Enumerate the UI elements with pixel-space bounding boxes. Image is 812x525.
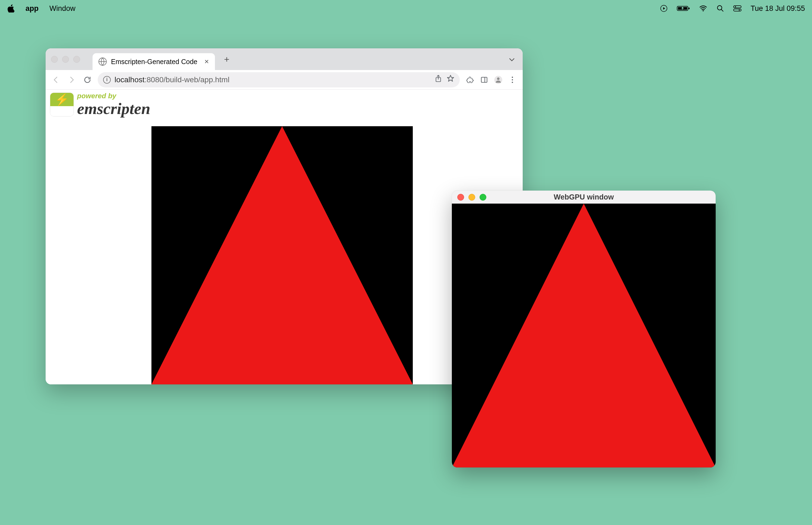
svg-line-7 (721, 10, 723, 11)
svg-point-18 (512, 79, 513, 80)
site-info-icon[interactable]: i (103, 76, 111, 84)
emscripten-icon: ⚡ (50, 93, 74, 117)
control-center-icon[interactable] (733, 5, 741, 12)
menubar-right: Tue 18 Jul 09:55 (660, 4, 805, 13)
screen-record-icon[interactable] (660, 5, 668, 12)
tabs-dropdown-icon[interactable] (509, 55, 515, 63)
url-path: :8080/build-web/app.html (145, 75, 230, 84)
svg-marker-21 (452, 204, 716, 467)
share-icon[interactable] (435, 75, 442, 85)
spotlight-icon[interactable] (717, 5, 724, 12)
native-canvas[interactable] (452, 204, 716, 467)
menubar-app-name[interactable]: app (26, 4, 39, 13)
svg-point-11 (739, 10, 740, 11)
browser-traffic-lights (51, 56, 80, 63)
menubar-left: app Window (7, 4, 75, 13)
browser-toolbar: i localhost:8080/build-web/app.html (46, 70, 523, 90)
bookmark-star-icon[interactable] (447, 75, 454, 85)
battery-icon[interactable] (677, 5, 690, 12)
new-tab-button[interactable]: + (224, 54, 230, 65)
emscripten-title-text: emscripten (77, 101, 150, 117)
browser-menu-icon[interactable] (507, 74, 518, 85)
native-app-window: WebGPU window (452, 191, 716, 467)
emscripten-powered-text: powered by (77, 92, 150, 99)
browser-page-content: ⚡ powered by emscripten (46, 90, 523, 385)
svg-rect-3 (689, 7, 690, 9)
forward-button[interactable] (66, 74, 77, 85)
profile-icon[interactable] (493, 74, 504, 85)
wifi-icon[interactable] (699, 5, 707, 12)
traffic-light-close[interactable] (51, 56, 58, 63)
address-bar[interactable]: i localhost:8080/build-web/app.html (98, 72, 460, 87)
native-window-title: WebGPU window (452, 193, 716, 201)
svg-rect-13 (481, 77, 487, 82)
extensions-icon[interactable] (465, 74, 475, 85)
tab-close-icon[interactable]: × (204, 57, 209, 66)
svg-point-19 (512, 82, 513, 83)
menubar-clock[interactable]: Tue 18 Jul 09:55 (751, 4, 805, 13)
svg-point-16 (497, 77, 499, 80)
globe-icon (98, 58, 107, 66)
svg-point-17 (512, 77, 513, 78)
menubar-item-window[interactable]: Window (49, 4, 75, 13)
emscripten-logo: ⚡ powered by emscripten (50, 92, 150, 117)
browser-tab-title: Emscripten-Generated Code (111, 58, 197, 66)
web-canvas[interactable] (151, 126, 413, 385)
svg-point-9 (735, 6, 736, 7)
url-host: localhost (114, 75, 145, 84)
toolbar-right (465, 74, 518, 85)
native-titlebar: WebGPU window (452, 191, 716, 204)
reload-button[interactable] (82, 74, 93, 85)
svg-rect-10 (734, 9, 741, 11)
traffic-light-zoom[interactable] (73, 56, 80, 63)
svg-point-5 (703, 10, 704, 11)
sidepanel-icon[interactable] (479, 74, 490, 85)
apple-logo-icon[interactable] (7, 4, 15, 13)
svg-marker-1 (663, 7, 665, 10)
svg-rect-8 (734, 6, 741, 8)
browser-window: Emscripten-Generated Code × + i localhos… (46, 48, 523, 385)
browser-tab[interactable]: Emscripten-Generated Code × (93, 53, 215, 70)
traffic-light-minimize[interactable] (62, 56, 69, 63)
svg-marker-20 (151, 126, 413, 385)
back-button[interactable] (50, 74, 61, 85)
browser-tabstrip: Emscripten-Generated Code × + (46, 48, 523, 70)
lightning-icon: ⚡ (50, 93, 74, 106)
macos-menubar: app Window Tue 18 Jul 09:55 (0, 0, 812, 17)
